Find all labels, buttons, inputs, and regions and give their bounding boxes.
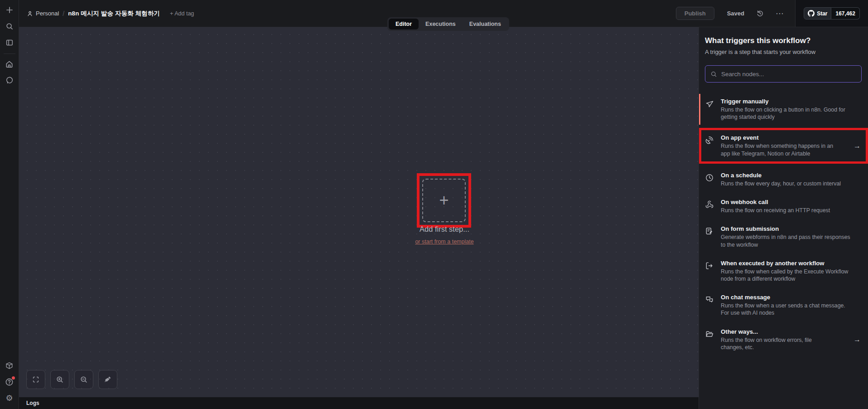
trigger-item-description: Runs the flow on clicking a button in n8… [721,106,853,121]
notification-dot [12,376,15,380]
tidy-up-icon [104,375,112,384]
toggle-sidebar-button[interactable] [3,36,16,49]
webhook-icon [705,200,715,214]
settings-button[interactable]: ⚙ [3,392,16,404]
logs-bar[interactable]: Logs [19,397,699,409]
start-from-template-link[interactable]: or start from a template [399,239,490,245]
trigger-item-description: Runs the flow on workflow errors, file c… [721,336,834,351]
form-icon [705,227,715,248]
view-tabs: Editor Executions Evaluations [387,17,509,31]
trigger-item-manual[interactable]: Trigger manually Runs the flow on clicki… [699,94,868,125]
ellipsis-icon: ⋯ [776,9,784,19]
publish-button[interactable]: Publish [676,7,714,20]
add-first-step-button[interactable]: + [422,179,466,222]
zoom-out-button[interactable] [74,370,93,389]
templates-button[interactable] [3,359,16,372]
add-tag-button[interactable]: + Add tag [170,10,194,17]
search-button[interactable] [3,20,16,33]
trigger-item-form[interactable]: On form submission Generate webforms in … [699,221,868,252]
search-icon [710,71,717,78]
tab-evaluations[interactable]: Evaluations [463,19,508,29]
satellite-dish-icon [705,136,715,157]
fit-view-icon [32,375,40,384]
trigger-item-title: On webhook call [721,199,863,205]
tidy-up-button[interactable] [98,370,117,389]
node-search-input[interactable] [721,71,861,78]
trigger-item-other-ways[interactable]: Other ways... Runs the flow on workflow … [699,324,868,355]
workspace-crumb[interactable]: Personal [27,10,59,17]
chat-bubble-icon [5,76,14,84]
trigger-item-title: When executed by another workflow [721,260,863,267]
add-step-annotation-box: + [417,173,471,228]
arrow-right-icon: → [854,336,861,344]
search-icon [5,22,14,30]
active-item-indicator [699,94,700,125]
zoom-out-icon [80,375,88,384]
package-icon [5,361,14,370]
sidebar-divider [4,54,15,54]
zoom-in-icon [56,375,64,384]
saved-status: Saved [727,10,744,17]
header-actions: Publish Saved ⋯ Star 167,462 [676,0,868,27]
history-icon [756,10,764,17]
trigger-item-title: Other ways... [721,328,854,335]
breadcrumb: Personal / n8n 메시지 발송 자동화 체험하기 + Add tag [27,10,194,18]
trigger-item-app-event[interactable]: On app event Runs the flow when somethin… [699,128,868,163]
left-sidebar: ⚙ [0,0,19,409]
clock-icon [705,173,715,187]
github-star-label: Star [817,10,827,17]
panel-subtitle: A trigger is a step that starts your wor… [705,49,862,55]
plus-icon [5,6,14,14]
trigger-item-description: Runs the flow when something happens in … [721,142,834,157]
gear-icon: ⚙ [5,394,13,402]
arrow-right-icon: → [854,142,861,150]
node-search-box[interactable] [705,65,862,83]
new-workflow-button[interactable] [3,4,16,16]
trigger-item-description: Runs the flow when called by the Execute… [721,268,853,282]
help-button[interactable] [3,375,16,388]
tab-executions[interactable]: Executions [419,19,463,29]
logs-label: Logs [26,400,39,406]
history-button[interactable] [756,10,764,17]
tab-editor[interactable]: Editor [389,19,419,29]
panel-title: What triggers this workflow? [705,36,862,45]
trigger-item-description: Runs the flow on receiving an HTTP reque… [721,207,853,214]
canvas-controls [26,370,117,389]
fit-view-button[interactable] [26,370,45,389]
github-zone: Star 167,462 [795,0,868,27]
panel-left-icon [5,39,14,47]
github-star-count: 167,462 [831,7,859,19]
mouse-pointer-icon [705,99,715,121]
trigger-item-title: Trigger manually [721,98,863,105]
breadcrumb-separator: / [63,10,64,17]
plus-icon: + [439,192,448,209]
workflow-title[interactable]: n8n 메시지 발송 자동화 체험하기 [68,10,160,18]
trigger-item-schedule[interactable]: On a schedule Runs the flow every day, h… [699,168,868,191]
workflow-canvas[interactable]: + Add first step... or start from a temp… [19,27,699,397]
home-icon [5,60,14,68]
user-icon [27,10,33,17]
trigger-item-description: Generate webforms in n8n and pass their … [721,234,853,248]
zoom-in-button[interactable] [50,370,69,389]
chat-button[interactable] [3,74,16,87]
home-button[interactable] [3,58,16,70]
trigger-item-description: Runs the flow every day, hour, or custom… [721,180,853,187]
workspace-name: Personal [36,10,59,17]
trigger-item-title: On app event [721,134,854,141]
chat-bubbles-icon [705,295,715,316]
trigger-item-description: Runs the flow when a user sends a chat m… [721,302,853,316]
workflow-out-icon [705,261,715,282]
github-star-widget[interactable]: Star 167,462 [804,7,860,19]
more-menu-button[interactable]: ⋯ [776,9,784,19]
trigger-item-executed-by-workflow[interactable]: When executed by another workflow Runs t… [699,256,868,287]
add-first-step-label: Add first step... [399,225,490,234]
folder-open-icon [705,330,715,351]
trigger-item-webhook[interactable]: On webhook call Runs the flow on receivi… [699,195,868,218]
trigger-list: Trigger manually Runs the flow on clicki… [699,94,868,358]
github-icon [808,10,815,17]
trigger-item-title: On a schedule [721,172,863,179]
trigger-item-title: On form submission [721,225,863,232]
trigger-item-chat-message[interactable]: On chat message Runs the flow when a use… [699,290,868,321]
trigger-item-title: On chat message [721,294,863,301]
trigger-panel: What triggers this workflow? A trigger i… [699,27,868,409]
